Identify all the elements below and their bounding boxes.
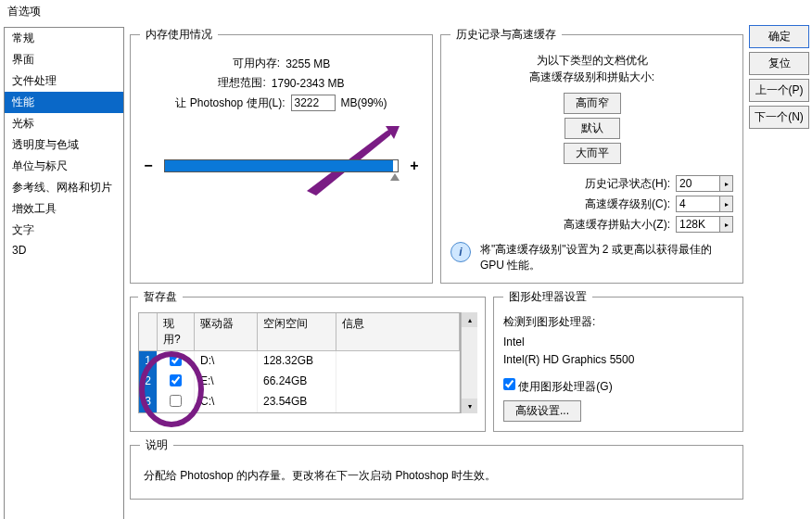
history-group: 历史记录与高速缓存 为以下类型的文档优化 高速缓存级别和拼贴大小: 高而窄 默认… (440, 27, 743, 284)
scratch-disks-legend: 暂存盘 (138, 289, 183, 305)
disk-col-free[interactable]: 空闲空间 (258, 313, 336, 351)
disk-col-info[interactable]: 信息 (336, 313, 460, 351)
sidebar-item-cursors[interactable]: 光标 (5, 113, 123, 134)
sidebar-item-interface[interactable]: 界面 (5, 49, 123, 70)
cache-tile-input[interactable] (676, 216, 720, 233)
disk-free: 66.24GB (258, 372, 336, 392)
stepper-arrow-icon[interactable]: ▸ (720, 175, 733, 192)
history-text2: 高速缓存级别和拼贴大小: (450, 69, 733, 85)
gpu-model: Intel(R) HD Graphics 5500 (503, 351, 733, 369)
available-mem-label: 可用内存: (233, 56, 280, 71)
description-group: 说明 分配给 Photoshop 的内存量。更改将在下一次启动 Photosho… (130, 437, 743, 500)
sidebar-item-units[interactable]: 单位与标尺 (5, 156, 123, 177)
gpu-vendor: Intel (503, 334, 733, 351)
disk-col-active[interactable]: 现用? (158, 313, 195, 351)
svg-marker-2 (390, 173, 400, 181)
sidebar-item-file-handling[interactable]: 文件处理 (5, 70, 123, 92)
history-text1: 为以下类型的文档优化 (450, 52, 733, 69)
gpu-detected-label: 检测到图形处理器: (503, 314, 733, 330)
cache-info-text: 将"高速缓存级别"设置为 2 或更高以获得最佳的 GPU 性能。 (480, 242, 733, 273)
disk-row[interactable]: 3 C:\ 23.54GB (139, 392, 460, 412)
sidebar-item-general[interactable]: 常规 (5, 28, 123, 49)
disk-drive: C:\ (195, 392, 258, 412)
disk-col-index (139, 313, 158, 351)
ideal-range-label: 理想范围: (218, 75, 265, 91)
reset-button[interactable]: 复位 (749, 52, 809, 75)
disk-active-checkbox[interactable] (170, 374, 182, 386)
stepper-arrow-icon[interactable]: ▸ (720, 216, 733, 233)
use-gpu-text: 使用图形处理器(G) (518, 380, 612, 393)
disk-active-checkbox[interactable] (170, 354, 182, 366)
disk-row-index: 3 (139, 392, 158, 412)
history-states-input[interactable] (676, 175, 720, 192)
slider-minus-button[interactable]: − (140, 158, 157, 174)
disk-drive: D:\ (195, 351, 258, 372)
gpu-group: 图形处理器设置 检测到图形处理器: Intel Intel(R) HD Grap… (493, 289, 743, 432)
sidebar-item-guides[interactable]: 参考线、网格和切片 (5, 177, 123, 198)
scratch-disks-group: 暂存盘 现用? 驱动器 空闲空间 信息 (130, 289, 486, 432)
ideal-range-value: 1790-2343 MB (272, 77, 345, 90)
history-legend: 历史记录与高速缓存 (450, 27, 562, 43)
dialog-buttons: 确定 复位 上一个(P) 下一个(N) (749, 23, 812, 519)
disk-row[interactable]: 2 E:\ 66.24GB (139, 372, 460, 392)
memory-legend: 内存使用情况 (140, 27, 218, 43)
disk-row-index: 1 (139, 351, 158, 372)
prev-button[interactable]: 上一个(P) (749, 79, 809, 102)
slider-thumb-icon[interactable] (390, 173, 400, 181)
gpu-advanced-button[interactable]: 高级设置... (503, 400, 581, 422)
disk-row[interactable]: 1 D:\ 128.32GB (139, 351, 460, 372)
memory-slider[interactable] (164, 159, 399, 172)
sidebar: 常规 界面 文件处理 性能 光标 透明度与色域 单位与标尺 参考线、网格和切片 … (4, 27, 124, 519)
sidebar-item-transparency[interactable]: 透明度与色域 (5, 134, 123, 156)
available-mem-value: 3255 MB (285, 57, 330, 70)
sidebar-item-3d[interactable]: 3D (5, 241, 123, 260)
cache-levels-label: 高速缓存级别(C): (585, 196, 670, 212)
ok-button[interactable]: 确定 (749, 25, 809, 48)
history-states-label: 历史记录状态(H): (585, 176, 670, 192)
memory-group: 内存使用情况 可用内存: 3255 MB 理想范围: 1790-2343 MB … (130, 27, 433, 284)
let-ps-use-label: 让 Photoshop 使用(L): (175, 95, 285, 111)
cache-tile-label: 高速缓存拼贴大小(Z): (564, 217, 670, 233)
sidebar-item-plugins[interactable]: 增效工具 (5, 198, 123, 220)
info-icon: i (450, 242, 471, 262)
tall-thin-button[interactable]: 高而窄 (564, 93, 621, 114)
disk-row-index: 2 (139, 372, 158, 392)
disk-free: 128.32GB (258, 351, 336, 372)
use-gpu-checkbox[interactable] (503, 378, 515, 390)
description-legend: 说明 (140, 437, 173, 453)
stepper-arrow-icon[interactable]: ▸ (720, 196, 733, 212)
disk-body: 1 D:\ 128.32GB 2 E:\ (139, 351, 460, 412)
cache-levels-input[interactable] (676, 196, 720, 212)
disk-free: 23.54GB (258, 392, 336, 412)
next-button[interactable]: 下一个(N) (749, 106, 809, 129)
gpu-legend: 图形处理器设置 (503, 289, 592, 305)
scroll-up-icon[interactable]: ▴ (462, 312, 477, 327)
disk-col-drive[interactable]: 驱动器 (195, 313, 258, 351)
memory-input[interactable] (291, 95, 336, 111)
disk-drive: E:\ (195, 372, 258, 392)
default-button[interactable]: 默认 (565, 118, 620, 139)
description-text: 分配给 Photoshop 的内存量。更改将在下一次启动 Photoshop 时… (140, 462, 733, 489)
use-gpu-label[interactable]: 使用图形处理器(G) (503, 380, 613, 393)
sidebar-item-type[interactable]: 文字 (5, 220, 123, 241)
sidebar-item-performance[interactable]: 性能 (5, 92, 123, 113)
disk-active-checkbox[interactable] (170, 395, 182, 407)
scroll-down-icon[interactable]: ▾ (462, 399, 477, 413)
disk-scrollbar[interactable]: ▴ ▾ (461, 312, 477, 413)
big-flat-button[interactable]: 大而平 (564, 143, 621, 164)
memory-unit: MB(99%) (341, 96, 387, 109)
window-title: 首选项 (0, 0, 812, 23)
